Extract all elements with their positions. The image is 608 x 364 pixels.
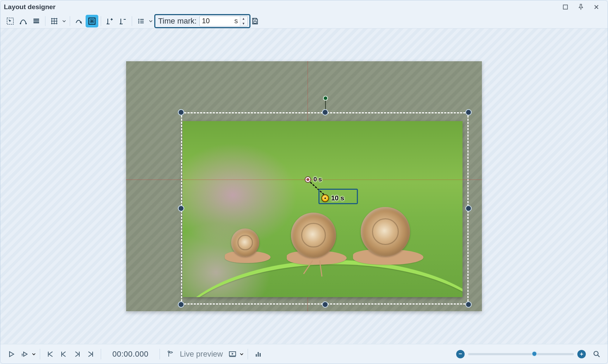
separator	[132, 16, 132, 26]
svg-rect-14	[254, 18, 256, 20]
time-mark-field: s ▲ ▼	[199, 16, 248, 26]
svg-rect-6	[33, 22, 39, 23]
keyframe-1-marker[interactable]	[321, 194, 329, 202]
stepper-down-icon[interactable]: ▼	[240, 21, 247, 26]
svg-rect-4	[33, 19, 39, 20]
svg-point-3	[25, 23, 27, 24]
svg-rect-19	[256, 354, 257, 357]
pin-button[interactable]	[573, 2, 589, 12]
zoom-slider[interactable]	[468, 353, 574, 355]
resize-handle-bm[interactable]	[322, 301, 328, 308]
list-dropdown-icon[interactable]	[148, 15, 154, 27]
time-mark-stepper: ▲ ▼	[240, 16, 247, 26]
svg-rect-21	[260, 353, 261, 357]
zoom-in-button[interactable]: +	[577, 350, 586, 358]
resize-handle-ml[interactable]	[178, 205, 184, 212]
time-mark-unit: s	[234, 17, 240, 25]
resize-handle-mr[interactable]	[465, 205, 472, 212]
save-icon[interactable]	[249, 15, 261, 27]
svg-point-2	[20, 23, 21, 24]
play-button[interactable]	[5, 348, 17, 360]
svg-rect-13	[140, 23, 144, 23]
next-frame-button[interactable]	[71, 348, 83, 360]
separator	[160, 349, 160, 359]
time-mark-input[interactable]	[202, 17, 234, 25]
zoom-control: − +	[456, 350, 586, 358]
svg-rect-5	[33, 20, 39, 21]
camera-bounds-icon[interactable]	[86, 15, 98, 27]
live-preview-label: Live preview	[178, 350, 225, 359]
separator	[248, 349, 248, 359]
live-preview-marker-icon[interactable]	[164, 348, 176, 360]
time-mark-label: Time mark:	[158, 17, 197, 26]
prev-frame-button[interactable]	[58, 348, 70, 360]
close-button[interactable]	[589, 2, 604, 12]
resize-handle-bl[interactable]	[178, 301, 184, 308]
preview-mode-icon[interactable]	[227, 348, 238, 360]
zoom-thumb[interactable]	[532, 351, 537, 357]
resize-handle-br[interactable]	[465, 301, 472, 308]
resize-handle-tr[interactable]	[465, 109, 472, 115]
equalizer-icon[interactable]	[252, 348, 264, 360]
image-clip[interactable]	[182, 121, 463, 297]
svg-rect-20	[258, 352, 259, 357]
play-range-button[interactable]	[19, 348, 31, 360]
canvas-area[interactable]: 0 s 10 s	[0, 29, 608, 344]
timecode: 00:00.000	[105, 350, 155, 359]
list-tool-icon[interactable]	[135, 15, 147, 27]
svg-rect-9	[140, 19, 144, 20]
grid-tool-icon[interactable]	[48, 15, 61, 27]
remove-keyframe-icon[interactable]	[117, 15, 129, 27]
go-start-button[interactable]	[44, 348, 56, 360]
svg-point-22	[594, 351, 598, 356]
stepper-up-icon[interactable]: ▲	[240, 16, 247, 21]
svg-point-10	[138, 20, 139, 21]
separator	[40, 349, 40, 359]
maximize-button[interactable]	[558, 2, 573, 12]
curve-tool-icon[interactable]	[17, 15, 30, 27]
play-dropdown-icon[interactable]	[32, 352, 36, 356]
zoom-out-button[interactable]: −	[456, 350, 465, 358]
preview-dropdown-icon[interactable]	[240, 352, 243, 356]
select-tool-icon[interactable]	[4, 15, 17, 27]
separator	[70, 16, 70, 26]
svg-rect-11	[140, 21, 144, 21]
rotation-handle[interactable]	[323, 96, 328, 101]
grid-dropdown-icon[interactable]	[61, 15, 67, 27]
titlebar: Layout designer	[0, 0, 608, 14]
stage[interactable]: 0 s 10 s	[126, 61, 482, 311]
zoom-fit-icon[interactable]	[591, 348, 603, 360]
top-toolbar: Time mark: s ▲ ▼	[0, 14, 608, 29]
svg-rect-15	[254, 21, 256, 23]
svg-rect-0	[563, 5, 567, 9]
separator	[101, 349, 101, 359]
separator	[101, 16, 101, 26]
go-end-button[interactable]	[85, 348, 97, 360]
add-keyframe-icon[interactable]	[104, 15, 116, 27]
svg-point-8	[138, 19, 139, 20]
separator	[45, 16, 45, 26]
bottom-toolbar: 00:00.000 Live preview − +	[0, 344, 608, 364]
time-mark-control: Time mark: s ▲ ▼	[154, 14, 250, 28]
path-arrow-icon[interactable]	[73, 15, 85, 27]
svg-point-12	[138, 22, 139, 23]
resize-handle-tm[interactable]	[322, 109, 328, 115]
layers-tool-icon[interactable]	[30, 15, 43, 27]
resize-handle-tl[interactable]	[178, 109, 184, 115]
window-title: Layout designer	[4, 3, 56, 11]
